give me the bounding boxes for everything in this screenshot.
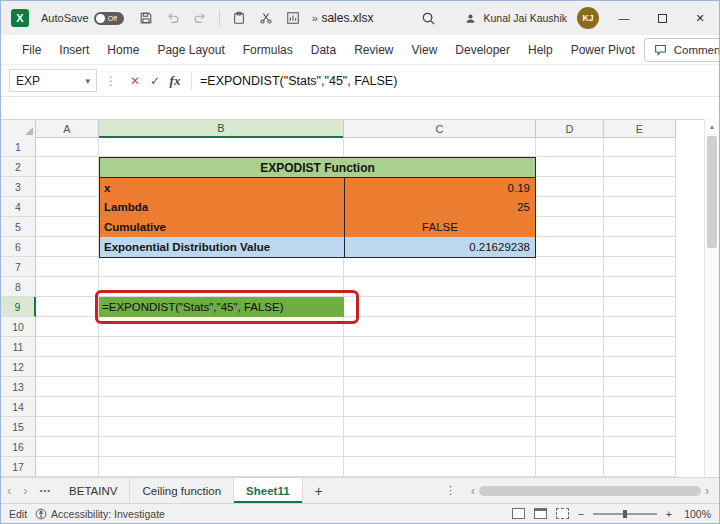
search-icon[interactable] [421, 10, 437, 26]
scissors-icon[interactable] [258, 10, 274, 26]
name-box[interactable]: EXP ▾ [9, 69, 97, 92]
insert-function-button[interactable]: fx [165, 73, 185, 89]
page-layout-view-icon[interactable] [534, 508, 547, 519]
row-header-1[interactable]: 1 [1, 137, 36, 157]
row-header-6[interactable]: 6 [1, 237, 36, 257]
toolbar-separator [219, 10, 220, 26]
zoom-slider[interactable] [593, 513, 657, 515]
formula-bar-more-icon[interactable]: ⋮ [97, 74, 125, 88]
window-close-button[interactable]: ✕ [681, 1, 719, 35]
table-label-cell[interactable]: x [100, 178, 345, 198]
sheet-nav-left-icon[interactable]: ‹ [1, 478, 17, 503]
column-header-E[interactable]: E [604, 120, 676, 138]
row-header-16[interactable]: 16 [1, 437, 36, 457]
scroll-up-icon[interactable]: ▲ [705, 119, 719, 134]
zoom-out-button[interactable]: − [578, 508, 584, 520]
comments-button[interactable]: Comments [644, 38, 720, 62]
menu-items: FileInsertHomePage LayoutFormulasDataRev… [13, 35, 644, 64]
window-maximize-button[interactable] [643, 1, 681, 35]
chevron-down-icon[interactable]: ▾ [85, 76, 90, 86]
menu-item-developer[interactable]: Developer [446, 35, 519, 64]
menu-item-power-pivot[interactable]: Power Pivot [562, 35, 644, 64]
undo-icon[interactable] [165, 10, 181, 26]
save-icon[interactable] [138, 10, 154, 26]
row-header-4[interactable]: 4 [1, 197, 36, 217]
menu-item-review[interactable]: Review [345, 35, 402, 64]
table-value-cell[interactable]: 0.21629238 [345, 237, 535, 257]
hscroll-right-icon[interactable]: › [701, 484, 713, 498]
row-header-10[interactable]: 10 [1, 317, 36, 337]
row-header-13[interactable]: 13 [1, 377, 36, 397]
row-header-2[interactable]: 2 [1, 157, 36, 177]
column-header-D[interactable]: D [536, 120, 604, 138]
cells-area[interactable]: EXPODIST Functionx0.19Lambda25Cumulative… [36, 137, 676, 477]
menu-item-view[interactable]: View [403, 35, 447, 64]
table-row: Exponential Distribution Value0.21629238 [100, 237, 535, 257]
sheet-bar-more-icon[interactable]: ⋮ [437, 478, 464, 503]
table-value-cell[interactable]: 0.19 [345, 178, 535, 198]
column-header-A[interactable]: A [36, 120, 99, 138]
menu-item-formulas[interactable]: Formulas [234, 35, 302, 64]
select-all-corner[interactable] [1, 120, 36, 138]
row-headers: 1234567891011121314151617 [1, 137, 36, 477]
sheet-nav-right-icon[interactable]: › [17, 478, 33, 503]
page-break-view-icon[interactable] [556, 508, 569, 519]
menu-item-help[interactable]: Help [519, 35, 562, 64]
zoom-slider-knob[interactable] [623, 510, 627, 518]
table-label-cell[interactable]: Lambda [100, 198, 345, 218]
menu-item-file[interactable]: File [13, 35, 50, 64]
menu-item-insert[interactable]: Insert [50, 35, 98, 64]
autosave-switch[interactable]: Off [94, 12, 124, 25]
sheet-tab-betainv[interactable]: BETAINV [57, 478, 130, 503]
column-header-C[interactable]: C [344, 120, 536, 138]
row-header-12[interactable]: 12 [1, 357, 36, 377]
autosave-toggle[interactable]: AutoSave Off [41, 12, 124, 25]
row-header-14[interactable]: 14 [1, 397, 36, 417]
row-header-5[interactable]: 5 [1, 217, 36, 237]
enter-button[interactable]: ✓ [145, 74, 165, 88]
chart-icon[interactable] [285, 10, 301, 26]
zoom-level[interactable]: 100% [681, 508, 711, 520]
grid-rows: EXPODIST Functionx0.19Lambda25Cumulative… [1, 137, 676, 477]
table-value-cell[interactable]: 25 [345, 198, 535, 218]
menu-item-page-layout[interactable]: Page Layout [148, 35, 233, 64]
formula-input[interactable]: =EXPONDIST("Stats","45", FALSE) [200, 74, 397, 88]
sheet-list-icon[interactable]: ••• [34, 478, 57, 503]
row-header-17[interactable]: 17 [1, 457, 36, 477]
menu-item-home[interactable]: Home [98, 35, 148, 64]
clipboard-icon[interactable] [231, 10, 247, 26]
accessibility-status[interactable]: Accessibility: Investigate [35, 508, 165, 520]
horizontal-scrollbar[interactable]: ‹ › [464, 478, 716, 503]
hscroll-left-icon[interactable]: ‹ [467, 484, 479, 498]
row-header-15[interactable]: 15 [1, 417, 36, 437]
table-label-cell[interactable]: Exponential Distribution Value [100, 237, 345, 257]
table-value-cell[interactable]: FALSE [345, 217, 535, 237]
comment-bubble-icon [653, 42, 669, 58]
row-header-8[interactable]: 8 [1, 277, 36, 297]
column-header-B[interactable]: B [99, 120, 344, 138]
account-button[interactable]: Kunal Jai Kaushik [463, 10, 567, 26]
row-header-3[interactable]: 3 [1, 177, 36, 197]
row-header-7[interactable]: 7 [1, 257, 36, 277]
vertical-scrollbar[interactable]: ▲ [704, 119, 719, 477]
row-header-11[interactable]: 11 [1, 337, 36, 357]
table-title-cell[interactable]: EXPODIST Function [100, 158, 535, 178]
window-minimize-button[interactable]: — [605, 1, 643, 35]
menu-item-data[interactable]: Data [302, 35, 345, 64]
table-label-cell[interactable]: Cumulative [100, 217, 345, 237]
cancel-button[interactable]: ✕ [125, 74, 145, 88]
more-commands-icon[interactable]: » [312, 12, 318, 24]
sheet-tab-sheet11[interactable]: Sheet11 [234, 478, 302, 503]
edit-cell[interactable]: =EXPONDIST("Stats","45", FALSE) [99, 297, 344, 317]
excel-window: X AutoSave Off [0, 0, 720, 524]
add-sheet-button[interactable]: + [303, 478, 335, 503]
column-headers-row: ABCDE [1, 119, 719, 137]
zoom-in-button[interactable]: + [666, 508, 672, 520]
redo-icon[interactable] [192, 10, 208, 26]
row-header-9[interactable]: 9 [1, 297, 36, 317]
normal-view-icon[interactable] [512, 508, 525, 519]
sheet-tab-ceiling-function[interactable]: Ceiling function [130, 478, 234, 503]
vertical-scroll-thumb[interactable] [707, 136, 717, 248]
avatar[interactable]: KJ [577, 7, 599, 29]
horizontal-scroll-thumb[interactable] [479, 486, 701, 496]
